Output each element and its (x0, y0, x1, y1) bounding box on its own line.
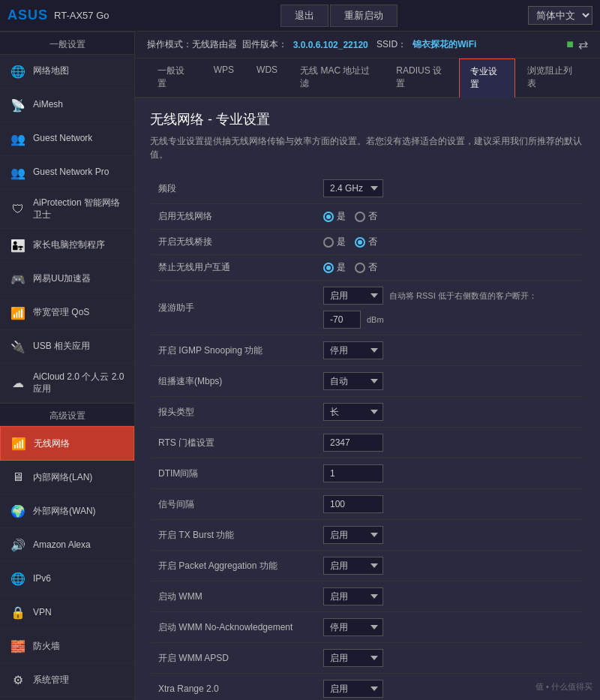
tab-wds[interactable]: WDS (246, 59, 288, 98)
sidebar: 一般设置 🌐 网络地图 📡 AiMesh 👥 Guest Network 👥 G… (0, 32, 135, 700)
sidebar-item-firewall[interactable]: 🧱 防火墙 (0, 629, 134, 663)
lan-icon: 🖥 (9, 468, 27, 486)
bridge-no-btn (355, 237, 365, 248)
wan-icon: 🌍 (9, 502, 27, 520)
multicast-select[interactable]: 自动 (323, 372, 383, 390)
txburst-select[interactable]: 启用 停用 (323, 526, 383, 544)
ssid-label: SSID： (374, 38, 406, 51)
aimesh-icon: 📡 (9, 96, 27, 114)
sidebar-item-usb[interactable]: 🔌 USB 相关应用 (0, 330, 134, 364)
label-roaming: 漫游助手 (151, 281, 316, 335)
value-dtim (316, 458, 584, 489)
row-igmp: 开启 IGMP Snooping 功能 停用 启用 (151, 335, 584, 366)
sidebar-item-label: 带宽管理 QoS (33, 307, 89, 319)
value-preamble: 长 短 (316, 397, 584, 428)
bridge-no[interactable]: 否 (355, 236, 377, 248)
value-wmm-apsd: 启用 停用 (316, 643, 584, 674)
tab-professional[interactable]: 专业设置 (459, 59, 515, 98)
sidebar-item-uu[interactable]: 🎮 网易UU加速器 (0, 263, 134, 296)
sidebar-item-guest-network-pro[interactable]: 👥 Guest Network Pro (0, 156, 134, 190)
status-label: 操作模式：无线路由器 固件版本： (147, 38, 287, 51)
top-right: 简体中文 (528, 6, 592, 25)
sidebar-item-label: 外部网络(WAN) (33, 506, 96, 518)
row-multicast-rate: 组播速率(Mbps) 自动 (151, 366, 584, 397)
tab-general[interactable]: 一般设置 (147, 59, 202, 98)
bridge-yes[interactable]: 是 (323, 236, 346, 248)
packet-agg-select[interactable]: 启用 停用 (323, 557, 383, 575)
sidebar-item-network-map[interactable]: 🌐 网络地图 (0, 55, 134, 89)
sidebar-item-wireless[interactable]: 📶 无线网络 (0, 426, 134, 461)
radio-no[interactable]: 否 (355, 210, 377, 223)
wmm-select[interactable]: 启用 停用 (323, 587, 383, 605)
sidebar-item-label: 无线网络 (34, 438, 70, 450)
wmm-noack-select[interactable]: 停用 启用 (323, 618, 383, 636)
firewall-icon: 🧱 (9, 637, 27, 655)
sidebar-item-sysadmin[interactable]: ⚙ 系统管理 (0, 663, 134, 697)
sidebar-item-lan[interactable]: 🖥 内部网络(LAN) (0, 461, 134, 494)
wmm-apsd-select[interactable]: 启用 停用 (323, 649, 383, 667)
beacon-input[interactable] (323, 495, 383, 513)
isolate-no[interactable]: 否 (355, 261, 377, 274)
dtim-input[interactable] (323, 464, 383, 482)
ipv6-icon: 🌐 (9, 569, 27, 587)
preamble-select[interactable]: 长 短 (323, 403, 383, 421)
tab-wps[interactable]: WPS (203, 59, 244, 98)
value-enable-wireless: 是 否 (316, 204, 584, 230)
tab-radius[interactable]: RADIUS 设置 (386, 59, 458, 98)
sidebar-item-aimesh[interactable]: 📡 AiMesh (0, 89, 134, 122)
enable-wireless-radio: 是 否 (323, 210, 577, 223)
value-isolate-clients: 是 否 (316, 255, 584, 281)
sidebar-item-guest-network[interactable]: 👥 Guest Network (0, 122, 134, 156)
roaming-rssi-input[interactable] (323, 311, 361, 329)
sidebar-item-vpn[interactable]: 🔒 VPN (0, 596, 134, 629)
sidebar-item-label: 家长电脑控制程序 (33, 239, 105, 251)
logout-button[interactable]: 退出 (280, 5, 328, 27)
label-isolate-clients: 禁止无线用户互通 (151, 255, 316, 281)
status-bar: 操作模式：无线路由器 固件版本： 3.0.0.6.102_22120 SSID：… (135, 32, 600, 59)
isolate-yes[interactable]: 是 (323, 261, 346, 274)
label-dtim: DTIM间隔 (151, 458, 316, 489)
band-select[interactable]: 2.4 GHz 5 GHz (323, 179, 383, 197)
content-area: 操作模式：无线路由器 固件版本： 3.0.0.6.102_22120 SSID：… (135, 32, 600, 700)
label-wmm-apsd: 开启 WMM APSD (151, 643, 316, 674)
label-packet-agg: 开启 Packet Aggregation 功能 (151, 551, 316, 581)
sidebar-item-ipv6[interactable]: 🌐 IPv6 (0, 562, 134, 596)
sidebar-item-parental[interactable]: 👨‍👧 家长电脑控制程序 (0, 229, 134, 263)
asus-logo: ASUS (8, 8, 48, 23)
network-map-icon: 🌐 (9, 62, 27, 80)
xtra-range-select[interactable]: 启用 停用 (323, 680, 383, 698)
radio-yes[interactable]: 是 (323, 210, 346, 223)
sidebar-item-aiprotection[interactable]: 🛡 AiProtection 智能网络卫士 (0, 190, 134, 229)
top-bar: ASUS RT-AX57 Go 退出 重新启动 简体中文 (0, 0, 600, 32)
connected-icon: ■ (566, 38, 574, 52)
value-band: 2.4 GHz 5 GHz (316, 173, 584, 204)
value-wmm-noack: 停用 启用 (316, 612, 584, 643)
label-preamble: 报头类型 (151, 397, 316, 428)
row-roaming: 漫游助手 启用 停用 自动将 RSSI 低于右侧数值的客户断开： dBm (151, 281, 584, 335)
model-label: RT-AX57 Go (54, 10, 109, 21)
sidebar-item-aicloud[interactable]: ☁ AiCloud 2.0 个人云 2.0 应用 (0, 364, 134, 403)
settings-table: 频段 2.4 GHz 5 GHz 启用无线网络 (150, 173, 585, 700)
row-rts: RTS 门槛设置 (151, 428, 584, 458)
igmp-select[interactable]: 停用 启用 (323, 341, 383, 359)
sidebar-item-label: Amazon Alexa (33, 539, 91, 551)
roaming-select[interactable]: 启用 停用 (323, 287, 383, 305)
usb-icon: 🔌 (9, 338, 27, 356)
sidebar-item-qos[interactable]: 📶 带宽管理 QoS (0, 296, 134, 330)
tab-blocklist[interactable]: 浏览阻止列表 (517, 59, 588, 98)
rts-input[interactable] (323, 434, 383, 452)
top-nav: 退出 重新启动 (150, 5, 528, 27)
sidebar-item-wan[interactable]: 🌍 外部网络(WAN) (0, 494, 134, 528)
sidebar-item-syslog[interactable]: 📋 系统记录 (0, 697, 134, 700)
row-wmm-apsd: 开启 WMM APSD 启用 停用 (151, 643, 584, 674)
reboot-button[interactable]: 重新启动 (330, 5, 398, 27)
row-xtra-range: Xtra Range 2.0 启用 停用 (151, 674, 584, 701)
isolate-no-btn (355, 263, 365, 273)
row-dtim: DTIM间隔 (151, 458, 584, 489)
sidebar-item-label: Guest Network (33, 133, 92, 145)
language-select[interactable]: 简体中文 (528, 6, 592, 25)
row-preamble: 报头类型 长 短 (151, 397, 584, 428)
label-enable-wireless: 启用无线网络 (151, 204, 316, 230)
tab-mac-filter[interactable]: 无线 MAC 地址过滤 (290, 59, 384, 98)
sidebar-item-alexa[interactable]: 🔊 Amazon Alexa (0, 528, 134, 562)
